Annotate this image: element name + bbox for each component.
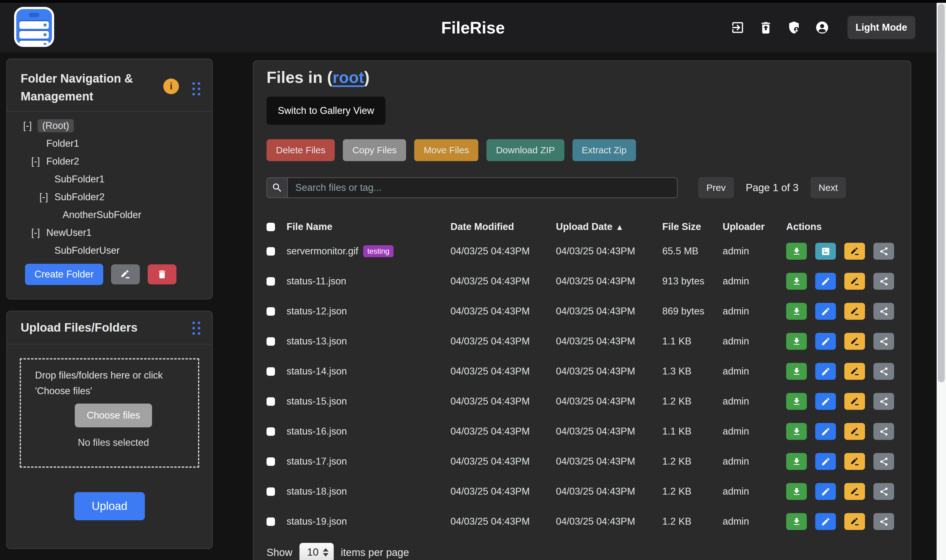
tree-item[interactable]: [-] Folder2	[7, 152, 212, 170]
account-icon[interactable]	[815, 20, 829, 35]
rename-button[interactable]	[844, 333, 865, 350]
file-name[interactable]: status-15.json	[286, 396, 347, 407]
table-row[interactable]: status-17.json 04/03/25 04:43PM 04/03/25…	[266, 446, 897, 477]
table-row[interactable]: status-19.json 04/03/25 04:43PM 04/03/25…	[266, 506, 897, 537]
tree-item-label[interactable]: SubFolder2	[54, 191, 105, 204]
table-row[interactable]: status-16.json 04/03/25 04:43PM 04/03/25…	[266, 416, 897, 446]
row-checkbox[interactable]	[266, 427, 275, 436]
file-name[interactable]: status-11.json	[286, 275, 346, 287]
file-name[interactable]: status-16.json	[286, 426, 347, 437]
rename-button[interactable]	[844, 513, 865, 530]
tree-item-label[interactable]: SubFolder1	[54, 173, 105, 186]
file-name[interactable]: status-18.json	[286, 486, 347, 497]
edit-preview-button[interactable]	[815, 393, 836, 410]
download-button[interactable]	[786, 333, 807, 350]
tree-item-label[interactable]: AnotherSubFolder	[62, 208, 142, 222]
delete-files-button[interactable]: Delete Files	[266, 139, 335, 161]
file-name[interactable]: status-19.json	[286, 516, 347, 527]
tree-item-label[interactable]: Folder1	[46, 137, 80, 150]
tree-item[interactable]: [-] SubFolder2	[7, 188, 212, 206]
download-button[interactable]	[786, 513, 807, 530]
tree-toggle[interactable]: [-]	[31, 227, 46, 238]
share-button[interactable]	[874, 423, 894, 440]
rename-button[interactable]	[844, 393, 865, 410]
tree-toggle[interactable]: [-]	[23, 120, 37, 131]
rename-button[interactable]	[844, 363, 865, 380]
table-row[interactable]: status-14.json 04/03/25 04:43PM 04/03/25…	[266, 356, 897, 386]
row-checkbox[interactable]	[266, 517, 275, 526]
light-mode-button[interactable]: Light Mode	[848, 16, 915, 39]
tree-item-label[interactable]: SubFolderUser	[54, 244, 120, 257]
rename-button[interactable]	[844, 423, 865, 440]
share-button[interactable]	[874, 453, 894, 470]
download-button[interactable]	[786, 243, 807, 260]
col-upload-date[interactable]: Upload Date▲	[556, 221, 662, 232]
col-file-size[interactable]: File Size	[662, 221, 723, 232]
file-name[interactable]: status-14.json	[286, 366, 347, 377]
edit-preview-button[interactable]	[815, 303, 836, 320]
tree-item-label[interactable]: (Root)	[37, 119, 74, 132]
select-all-checkbox[interactable]	[266, 223, 275, 231]
edit-preview-button[interactable]	[815, 483, 836, 500]
next-page-button[interactable]: Next	[811, 177, 846, 198]
edit-preview-button[interactable]	[815, 363, 836, 380]
rename-button[interactable]	[844, 453, 865, 470]
file-name[interactable]: status-17.json	[286, 456, 347, 467]
col-file-name[interactable]: File Name	[286, 221, 451, 232]
switch-gallery-view-button[interactable]: Switch to Gallery View	[266, 97, 385, 125]
share-button[interactable]	[874, 363, 894, 380]
edit-preview-button[interactable]	[815, 513, 836, 530]
row-checkbox[interactable]	[266, 277, 275, 286]
share-button[interactable]	[874, 273, 894, 290]
row-checkbox[interactable]	[266, 247, 275, 255]
tree-item[interactable]: [-] (Root)	[7, 117, 212, 134]
col-date-modified[interactable]: Date Modified	[451, 221, 556, 232]
share-button[interactable]	[874, 243, 894, 260]
row-checkbox[interactable]	[266, 488, 275, 496]
row-checkbox[interactable]	[266, 397, 275, 406]
upload-button[interactable]: Upload	[74, 492, 145, 520]
info-icon[interactable]: i	[163, 78, 179, 94]
file-name[interactable]: status-13.json	[286, 336, 347, 347]
search-icon[interactable]	[266, 177, 287, 198]
edit-preview-button[interactable]	[815, 453, 836, 470]
share-button[interactable]	[874, 303, 894, 320]
edit-preview-button[interactable]	[815, 273, 836, 290]
drag-handle-icon[interactable]	[192, 82, 200, 95]
tree-toggle[interactable]: [-]	[39, 191, 54, 203]
download-button[interactable]	[786, 483, 807, 500]
tree-item-label[interactable]: Folder2	[46, 155, 80, 168]
root-folder-link[interactable]: root	[332, 68, 364, 86]
page-scrollbar[interactable]	[937, 3, 946, 560]
shield-user-icon[interactable]	[787, 20, 801, 35]
table-row[interactable]: status-18.json 04/03/25 04:43PM 04/03/25…	[266, 477, 897, 506]
col-uploader[interactable]: Uploader	[723, 221, 786, 232]
table-row[interactable]: status-13.json 04/03/25 04:43PM 04/03/25…	[266, 326, 897, 356]
prev-page-button[interactable]: Prev	[698, 177, 734, 198]
edit-preview-button[interactable]	[815, 423, 836, 440]
download-button[interactable]	[786, 453, 807, 470]
logout-icon[interactable]	[731, 20, 745, 35]
tree-item-label[interactable]: NewUser1	[46, 226, 92, 239]
rename-button[interactable]	[844, 483, 865, 500]
rename-button[interactable]	[844, 273, 865, 290]
row-checkbox[interactable]	[266, 337, 275, 346]
drag-handle-icon[interactable]	[192, 322, 200, 335]
move-files-button[interactable]: Move Files	[414, 139, 478, 161]
edit-preview-button[interactable]	[815, 243, 836, 260]
choose-files-button[interactable]: Choose files	[75, 403, 152, 427]
download-button[interactable]	[786, 423, 807, 440]
share-button[interactable]	[874, 513, 894, 530]
tree-item[interactable]: Folder1	[7, 134, 212, 152]
download-zip-button[interactable]: Download ZIP	[486, 139, 564, 161]
scrollbar-thumb[interactable]	[938, 4, 945, 382]
download-button[interactable]	[786, 303, 807, 320]
row-checkbox[interactable]	[266, 307, 275, 316]
download-button[interactable]	[786, 273, 807, 290]
create-folder-button[interactable]: Create Folder	[25, 264, 103, 285]
rename-button[interactable]	[844, 243, 865, 260]
row-checkbox[interactable]	[266, 457, 275, 466]
tree-toggle[interactable]: [-]	[31, 156, 46, 167]
table-row[interactable]: status-11.json 04/03/25 04:43PM 04/03/25…	[266, 266, 897, 296]
share-button[interactable]	[874, 333, 894, 350]
